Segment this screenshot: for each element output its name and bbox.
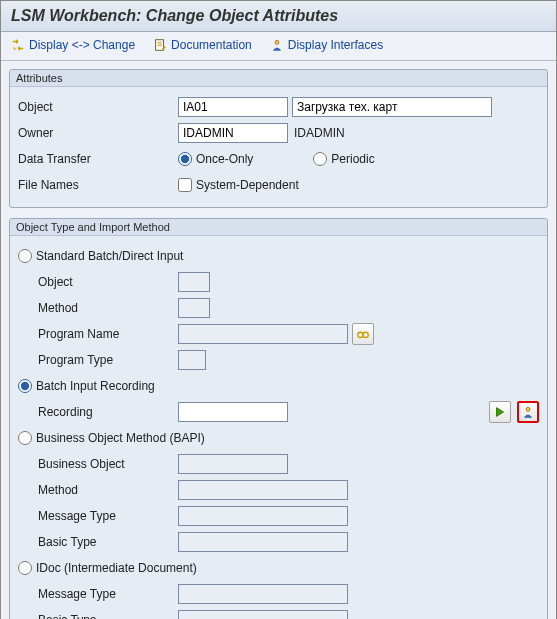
glasses-icon [356,327,370,341]
std-program-type-label: Program Type [18,353,178,367]
display-interfaces-button[interactable]: Display Interfaces [270,38,383,52]
bo-basictype-label: Basic Type [18,535,178,549]
person-icon [270,38,284,52]
bo-label: Business Object [18,457,178,471]
system-dependent-label: System-Dependent [196,178,299,192]
bapi-radio[interactable] [18,431,32,445]
page-title: LSM Workbench: Change Object Attributes [11,7,546,25]
bo-input [178,454,288,474]
document-icon [153,38,167,52]
documentation-button[interactable]: Documentation [153,38,252,52]
once-only-label: Once-Only [196,152,253,166]
idoc-basictype-input [178,610,348,619]
idoc-msgtype-input [178,584,348,604]
display-change-button[interactable]: Display <-> Change [11,38,135,52]
owner-desc: IDADMIN [294,126,345,140]
standard-label: Standard Batch/Direct Input [36,249,183,263]
owner-input[interactable] [178,123,288,143]
system-dependent-checkbox[interactable] [178,178,192,192]
program-help-button[interactable] [352,323,374,345]
object-desc-input[interactable] [292,97,492,117]
periodic-label: Periodic [331,152,374,166]
attributes-title: Attributes [10,70,547,87]
person-small-icon [521,405,535,419]
bapi-label: Business Object Method (BAPI) [36,431,205,445]
standard-radio[interactable] [18,249,32,263]
owner-label: Owner [18,126,178,140]
svg-point-4 [526,407,530,411]
documentation-label: Documentation [171,38,252,52]
std-program-type-input [178,350,206,370]
toggle-icon [11,38,25,52]
recording-user-button[interactable] [517,401,539,423]
std-program-input [178,324,348,344]
arrow-right-icon [493,405,507,419]
periodic-radio[interactable] [313,152,327,166]
std-object-input [178,272,210,292]
bo-method-input [178,480,348,500]
once-only-radio[interactable] [178,152,192,166]
recording-input[interactable] [178,402,288,422]
std-object-label: Object [18,275,178,289]
std-method-input [178,298,210,318]
object-input[interactable] [178,97,288,117]
toolbar: Display <-> Change Documentation Display… [1,32,556,61]
recording-next-button[interactable] [489,401,511,423]
idoc-label: IDoc (Intermediate Document) [36,561,197,575]
idoc-radio[interactable] [18,561,32,575]
file-names-label: File Names [18,178,178,192]
bo-msgtype-label: Message Type [18,509,178,523]
title-bar: LSM Workbench: Change Object Attributes [1,1,556,32]
recording-label: Recording [18,405,178,419]
std-method-label: Method [18,301,178,315]
idoc-msgtype-label: Message Type [18,587,178,601]
svg-point-3 [363,332,368,337]
data-transfer-label: Data Transfer [18,152,178,166]
attributes-group: Attributes Object Owner IDADMIN Data Tra… [9,69,548,208]
idoc-basictype-label: Basic Type [18,613,178,619]
bo-method-label: Method [18,483,178,497]
import-method-group: Object Type and Import Method Standard B… [9,218,548,619]
bo-msgtype-input [178,506,348,526]
batch-radio[interactable] [18,379,32,393]
svg-point-1 [275,40,279,44]
import-method-title: Object Type and Import Method [10,219,547,236]
batch-label: Batch Input Recording [36,379,155,393]
std-program-label: Program Name [18,327,178,341]
display-interfaces-label: Display Interfaces [288,38,383,52]
bo-basictype-input [178,532,348,552]
display-change-label: Display <-> Change [29,38,135,52]
object-label: Object [18,100,178,114]
svg-point-2 [358,332,363,337]
